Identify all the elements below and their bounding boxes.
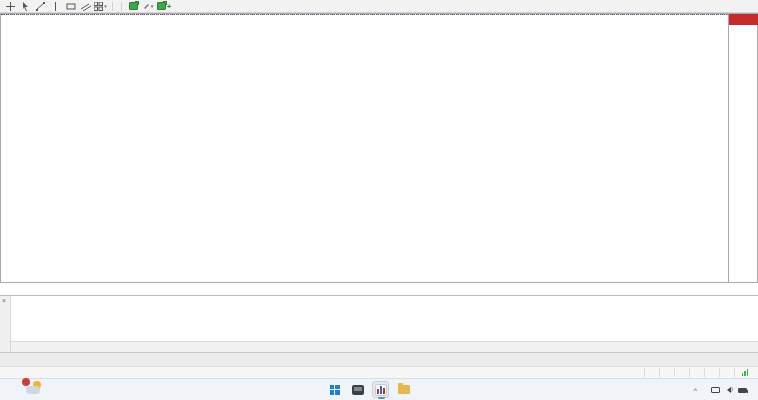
ohlc-high <box>689 368 704 377</box>
crosshair-icon[interactable] <box>4 1 17 12</box>
ohlc-open <box>674 368 689 377</box>
vertical-line-icon[interactable] <box>49 1 62 12</box>
signal-bars-icon <box>742 369 749 376</box>
weather-icon <box>26 381 44 395</box>
taskbar-apps <box>326 381 412 398</box>
tray-chevron-up-icon[interactable]: ^ <box>694 387 697 394</box>
profile-label[interactable] <box>644 368 659 377</box>
toolbar-separator <box>112 2 113 11</box>
connection-status[interactable] <box>734 368 758 377</box>
price-axis[interactable] <box>728 13 758 283</box>
current-price-box <box>729 14 758 25</box>
windows-logo-icon <box>330 385 340 395</box>
bar-time <box>659 368 674 377</box>
status-bar <box>0 366 758 378</box>
chevron-down-icon: ▾ <box>104 3 107 9</box>
rectangle-icon[interactable] <box>64 1 77 12</box>
folder-app-button[interactable] <box>395 381 412 398</box>
toolbox-side-strip: × <box>0 296 11 352</box>
metatrader-app-button[interactable] <box>372 381 389 398</box>
mt5-window: ▾ ▾ + × <box>0 0 758 400</box>
font-edit-icon[interactable]: ▾ <box>142 1 155 12</box>
time-axis[interactable] <box>0 283 758 296</box>
cursor-icon[interactable] <box>19 1 32 12</box>
new-chart-icon[interactable]: + <box>157 1 171 12</box>
channel-icon[interactable] <box>79 1 92 12</box>
windows-start-button[interactable] <box>326 381 343 398</box>
candlestick-plot[interactable] <box>0 13 728 283</box>
toolbox-panel: × <box>0 296 758 352</box>
ohlc-low <box>704 368 719 377</box>
tick-chart-icon[interactable] <box>127 1 140 12</box>
windows-taskbar: ^ <box>0 378 758 400</box>
weather-widget[interactable] <box>26 381 49 395</box>
chart-area <box>0 13 758 296</box>
toolbox-tabbar <box>0 352 758 366</box>
trendline-icon[interactable] <box>34 1 47 12</box>
metatrader-icon <box>375 384 387 396</box>
ohlc-close <box>719 368 734 377</box>
toolbox-scrollbar[interactable] <box>11 341 758 352</box>
notification-badge <box>22 378 30 386</box>
file-explorer-button[interactable] <box>349 381 366 398</box>
battery-icon[interactable] <box>738 388 747 393</box>
status-right <box>644 367 758 379</box>
shapes-dropdown-icon[interactable]: ▾ <box>94 1 107 12</box>
file-explorer-icon <box>352 385 364 395</box>
chevron-down-icon: ▾ <box>151 3 154 9</box>
close-icon[interactable]: × <box>2 297 6 304</box>
position-line[interactable] <box>1 14 728 15</box>
system-tray: ^ <box>694 379 754 400</box>
folder-icon <box>398 385 410 394</box>
top-toolbar: ▾ ▾ + <box>0 0 758 13</box>
toolbar-separator <box>121 2 122 11</box>
speaker-icon[interactable] <box>727 387 731 393</box>
monitor-icon[interactable] <box>711 387 720 393</box>
